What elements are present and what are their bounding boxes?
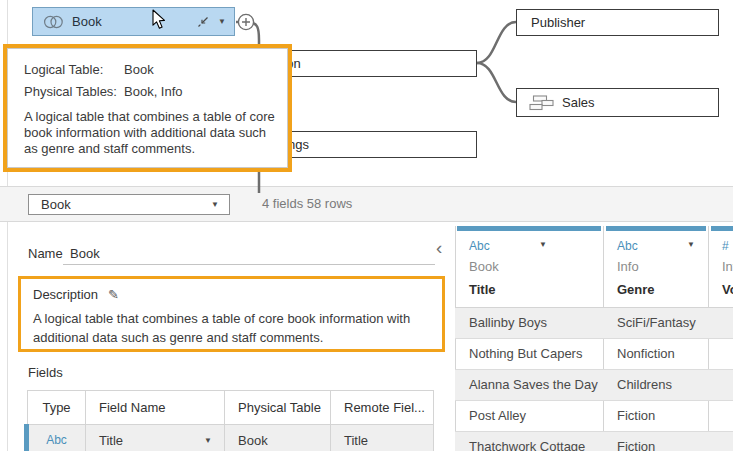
collapse-table-icon[interactable] bbox=[197, 16, 209, 28]
table-details-tooltip: Logical Table: Book Physical Tables: Boo… bbox=[3, 44, 292, 172]
collapse-panel-chevron-icon[interactable]: ‹ bbox=[436, 238, 442, 257]
union-table-icon bbox=[529, 95, 554, 111]
logical-table-node-sales[interactable]: Sales bbox=[516, 88, 719, 117]
grid-column-header-genre[interactable]: Abc ▼ Info Genre bbox=[603, 231, 708, 307]
description-text: A logical table that combines a table of… bbox=[33, 309, 433, 347]
physical-tables-value: Book, Info bbox=[124, 84, 183, 99]
edit-pencil-icon[interactable]: ✎ bbox=[108, 287, 119, 302]
node-label: Sales bbox=[562, 95, 595, 110]
grid-row[interactable]: Post Alley Fiction bbox=[455, 401, 733, 432]
column-table-name: Info bbox=[617, 259, 639, 274]
column-field-name: Title bbox=[469, 282, 496, 297]
grid-column-header-volume[interactable]: # Info Vol bbox=[708, 231, 733, 307]
cell-genre: Fiction bbox=[603, 432, 708, 451]
chevron-down-icon: ▼ bbox=[211, 200, 219, 209]
column-field-name: Vol bbox=[722, 282, 733, 297]
node-label: Book bbox=[72, 14, 197, 29]
node-label: Publisher bbox=[531, 15, 585, 30]
description-highlight-box: Description ✎ A logical table that combi… bbox=[18, 276, 445, 352]
grid-row[interactable]: Thatchwork Cottage Fiction bbox=[455, 432, 733, 451]
column-table-name: Book bbox=[469, 259, 499, 274]
cell-title: Ballinby Boys bbox=[455, 308, 603, 338]
field-name-value: Title bbox=[99, 433, 123, 448]
cell-genre: SciFi/Fantasy bbox=[603, 308, 708, 338]
field-type-icon: Abc bbox=[617, 239, 638, 253]
name-input-underline bbox=[63, 264, 435, 265]
cell-volume bbox=[708, 432, 733, 451]
col-header-type: Type bbox=[28, 391, 86, 424]
logical-table-node-publisher[interactable]: Publisher bbox=[516, 9, 719, 36]
fields-table-header: Type Field Name Physical Table Remote Fi… bbox=[28, 391, 433, 425]
node-menu-caret-icon[interactable]: ▼ bbox=[218, 17, 226, 26]
cell-volume bbox=[708, 370, 733, 400]
column-table-name: Info bbox=[722, 259, 733, 274]
column-menu-caret-icon[interactable]: ▼ bbox=[687, 240, 695, 249]
field-row-title[interactable]: Abc Title ▼ Book Title bbox=[28, 425, 433, 451]
logical-table-value: Book bbox=[124, 62, 154, 77]
cell-genre: Fiction bbox=[603, 401, 708, 431]
data-preview-grid: Abc ▼ Book Title Abc ▼ Info Genre # Info… bbox=[455, 226, 733, 451]
name-input[interactable]: Book bbox=[70, 246, 100, 261]
description-label: Description bbox=[33, 287, 98, 302]
venn-relationship-icon bbox=[43, 14, 64, 30]
field-type-icon: Abc bbox=[469, 239, 490, 253]
grid-row[interactable]: Nothing But Capers Nonfiction bbox=[455, 339, 733, 370]
selected-row-indicator bbox=[24, 424, 29, 451]
remote-field-value: Title bbox=[331, 425, 433, 451]
grid-column-header-title[interactable]: Abc ▼ Book Title bbox=[455, 231, 603, 307]
cell-genre: Childrens bbox=[603, 370, 708, 400]
physical-tables-label: Physical Tables: bbox=[24, 84, 124, 99]
cell-title: Nothing But Capers bbox=[455, 339, 603, 369]
tooltip-description: A logical table that combines a table of… bbox=[24, 109, 278, 157]
col-header-field-name: Field Name bbox=[86, 391, 225, 424]
fields-section-label: Fields bbox=[28, 365, 63, 380]
cell-title: Thatchwork Cottage bbox=[455, 432, 603, 451]
cell-volume bbox=[708, 401, 733, 431]
col-header-remote-field: Remote Fiel... bbox=[331, 391, 433, 424]
cell-volume bbox=[708, 339, 733, 369]
field-type-icon: # bbox=[722, 239, 729, 253]
logical-table-label: Logical Table: bbox=[24, 62, 124, 77]
cell-title: Post Alley bbox=[455, 401, 603, 431]
grid-row[interactable]: Ballinby Boys SciFi/Fantasy bbox=[455, 308, 733, 339]
physical-table-value: Book bbox=[225, 425, 331, 451]
mouse-cursor bbox=[152, 9, 168, 30]
tableau-data-source-window: Book ▼ Edition Ratings Publisher bbox=[0, 0, 733, 451]
name-label: Name bbox=[28, 246, 63, 261]
cell-genre: Nonfiction bbox=[603, 339, 708, 369]
cell-title: Alanna Saves the Day bbox=[455, 370, 603, 400]
column-field-name: Genre bbox=[617, 282, 655, 297]
grid-row[interactable]: Alanna Saves the Day Childrens bbox=[455, 370, 733, 401]
fields-table: Type Field Name Physical Table Remote Fi… bbox=[27, 390, 434, 451]
cell-volume bbox=[708, 308, 733, 338]
col-header-physical-table: Physical Table bbox=[225, 391, 331, 424]
column-menu-caret-icon[interactable]: ▼ bbox=[539, 240, 547, 249]
field-type-abc: Abc bbox=[28, 425, 86, 451]
add-table-button[interactable] bbox=[237, 13, 255, 31]
logical-table-node-book[interactable]: Book ▼ bbox=[32, 7, 235, 36]
field-menu-caret-icon[interactable]: ▼ bbox=[204, 436, 212, 445]
